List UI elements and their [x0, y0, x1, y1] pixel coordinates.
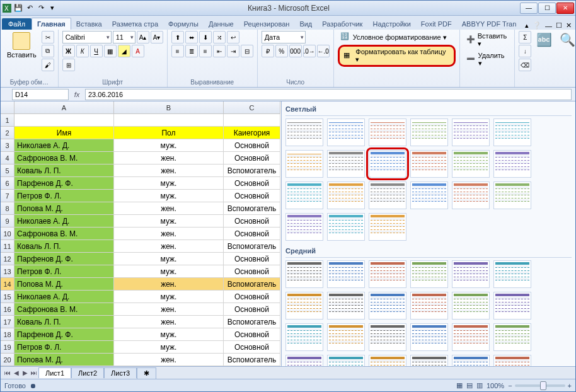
cell-name[interactable]: Коваль Л. П.: [14, 240, 114, 253]
tab-view[interactable]: Вид: [294, 18, 317, 30]
cell-category[interactable]: Вспомогатель: [224, 202, 280, 215]
table-style-thumb[interactable]: [369, 150, 406, 178]
table-style-thumb[interactable]: [410, 182, 448, 209]
borders-icon[interactable]: ⊞: [62, 59, 75, 71]
save-icon[interactable]: 💾: [13, 3, 23, 13]
view-normal-icon[interactable]: ▦: [456, 381, 463, 389]
table-style-thumb[interactable]: [410, 260, 448, 288]
cell-name[interactable]: Парфенов Д. Ф.: [14, 328, 114, 341]
table-style-thumb[interactable]: [410, 355, 448, 366]
comma-icon[interactable]: 000: [289, 45, 302, 57]
cell-name[interactable]: Петров Ф. Л.: [14, 190, 114, 202]
row-header-14[interactable]: 14: [1, 278, 14, 291]
cell-category[interactable]: Основной: [224, 328, 280, 341]
col-header-B[interactable]: B: [114, 101, 224, 114]
sheet-tab-3[interactable]: Лист3: [104, 367, 137, 378]
formula-input[interactable]: 23.06.2016: [85, 89, 572, 100]
table-style-thumb[interactable]: [285, 355, 323, 366]
conditional-formatting-button[interactable]: 🔢 Условное форматирование ▾: [338, 31, 449, 43]
cell-name[interactable]: Николаев А. Д.: [14, 215, 114, 228]
table-style-thumb[interactable]: [285, 260, 323, 288]
cell-category[interactable]: Основной: [224, 215, 280, 228]
table-style-thumb[interactable]: [327, 355, 365, 366]
cell-name[interactable]: Попова М. Д.: [14, 354, 114, 366]
table-style-thumb[interactable]: [285, 118, 323, 146]
row-header-18[interactable]: 18: [1, 328, 14, 341]
cell-name[interactable]: Парфенов Д. Ф.: [14, 177, 114, 190]
cell-name[interactable]: Николаев А. Д.: [14, 139, 114, 152]
cell-name[interactable]: Коваль Л. П.: [14, 164, 114, 177]
sheet-tab-2[interactable]: Лист2: [71, 367, 104, 378]
grow-font-icon[interactable]: A▴: [137, 31, 149, 43]
autosum-icon[interactable]: Σ: [519, 31, 531, 43]
table-style-thumb[interactable]: [327, 292, 365, 320]
row-header-13[interactable]: 13: [1, 265, 14, 278]
tab-foxit[interactable]: Foxit PDF: [416, 18, 457, 30]
cell-category[interactable]: Основной: [224, 152, 280, 164]
row-header-15[interactable]: 15: [1, 291, 14, 303]
number-format-combo[interactable]: Дата: [262, 31, 306, 43]
tab-layout[interactable]: Разметка стра: [107, 18, 163, 30]
col-header-A[interactable]: A: [14, 101, 114, 114]
cell-gender[interactable]: жен.: [114, 152, 224, 164]
cell-category[interactable]: Основной: [224, 341, 280, 354]
paste-button[interactable]: Вставить: [4, 31, 39, 60]
table-style-thumb[interactable]: [327, 260, 365, 288]
table-style-thumb[interactable]: [285, 213, 323, 241]
tab-data[interactable]: Данные: [204, 18, 239, 30]
cell-name[interactable]: Сафронова В. М.: [14, 152, 114, 164]
cell-gender[interactable]: муж.: [114, 177, 224, 190]
table-style-thumb[interactable]: [452, 260, 490, 288]
minimize-button[interactable]: —: [520, 3, 538, 14]
cell-name[interactable]: Петров Ф. Л.: [14, 265, 114, 278]
cell-category[interactable]: Основной: [224, 139, 280, 152]
minimize-ribbon-icon[interactable]: ▴: [525, 21, 529, 30]
window-min-icon[interactable]: —: [545, 22, 552, 30]
cell-blank[interactable]: [224, 114, 280, 127]
table-style-thumb[interactable]: [410, 118, 448, 146]
table-style-thumb[interactable]: [452, 323, 490, 351]
cell-name[interactable]: Сафронова В. М.: [14, 228, 114, 240]
table-style-thumb[interactable]: [493, 355, 531, 366]
cell-category[interactable]: Основной: [224, 190, 280, 202]
table-style-thumb[interactable]: [327, 213, 365, 241]
cell-gender[interactable]: жен.: [114, 202, 224, 215]
increase-decimal-icon[interactable]: .0→: [303, 45, 316, 57]
align-left-icon[interactable]: ≡: [171, 45, 184, 57]
cell-name[interactable]: Попова М. Д.: [14, 202, 114, 215]
table-style-thumb[interactable]: [452, 292, 490, 320]
zoom-out-icon[interactable]: −: [508, 382, 512, 389]
cell-gender[interactable]: жен.: [114, 354, 224, 366]
sheet-tab-active[interactable]: Лист1: [38, 367, 71, 378]
table-style-thumb[interactable]: [285, 323, 323, 351]
table-style-thumb[interactable]: [369, 118, 406, 146]
row-header-20[interactable]: 20: [1, 354, 14, 366]
row-header-9[interactable]: 9: [1, 215, 14, 228]
orientation-icon[interactable]: ⤭: [213, 31, 226, 43]
cell-gender[interactable]: муж.: [114, 139, 224, 152]
font-color-icon[interactable]: A: [132, 45, 144, 57]
maximize-button[interactable]: ☐: [538, 3, 556, 14]
cell-gender[interactable]: муж.: [114, 215, 224, 228]
table-style-thumb[interactable]: [369, 213, 406, 241]
row-header-12[interactable]: 12: [1, 253, 14, 265]
clear-icon[interactable]: ⌫: [519, 59, 531, 71]
table-style-thumb[interactable]: [369, 355, 406, 366]
cell-category[interactable]: Вспомогатель: [224, 354, 280, 366]
format-painter-icon[interactable]: 🖌: [42, 59, 54, 71]
insert-cells-button[interactable]: ➕ Вставить ▾: [464, 31, 511, 49]
view-pagebreak-icon[interactable]: ▥: [476, 381, 483, 389]
cell-gender[interactable]: муж.: [114, 291, 224, 303]
table-style-thumb[interactable]: [452, 150, 490, 178]
table-style-thumb[interactable]: [452, 182, 490, 209]
window-close-icon[interactable]: ✕: [566, 21, 572, 30]
macro-record-icon[interactable]: ⏺: [30, 382, 37, 389]
underline-icon[interactable]: Ч: [90, 45, 103, 57]
qat-dropdown-icon[interactable]: ▾: [47, 3, 57, 13]
table-style-thumb[interactable]: [369, 260, 406, 288]
close-button[interactable]: ✕: [556, 3, 574, 14]
table-style-thumb[interactable]: [369, 182, 406, 209]
cell-gender[interactable]: жен.: [114, 240, 224, 253]
table-style-thumb[interactable]: [369, 323, 406, 351]
col-header-C[interactable]: C: [224, 101, 280, 114]
